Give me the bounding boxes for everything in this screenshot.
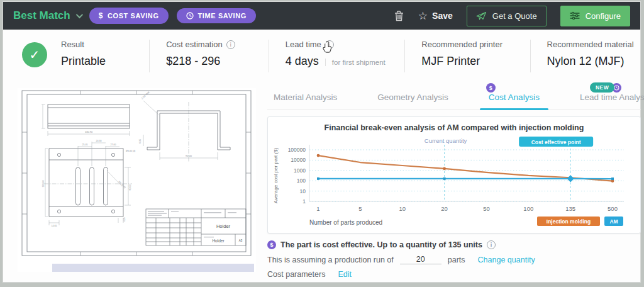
svg-text:10: 10 — [300, 188, 306, 194]
svg-text:20: 20 — [441, 205, 448, 212]
svg-text:Number of parts produced: Number of parts produced — [309, 219, 382, 226]
dollar-badge-icon: $ — [486, 83, 496, 93]
dim-bottom-right: 6.35 — [123, 217, 126, 222]
sheet-size: A3 — [239, 239, 243, 242]
delete-button[interactable] — [394, 10, 404, 22]
dim-bottom-left: 14.65 — [52, 225, 57, 227]
tab-cost-analysis[interactable]: $ Cost Analysis — [482, 93, 546, 110]
time-saving-tag[interactable]: TIME SAVING — [177, 8, 256, 23]
recommended-material-value: Nylon 12 (MJF) — [547, 55, 634, 68]
svg-text:100000: 100000 — [288, 147, 306, 153]
time-saving-label: TIME SAVING — [198, 12, 247, 20]
svg-text:Current quantity: Current quantity — [425, 137, 467, 144]
result-label: Result — [61, 40, 133, 49]
svg-text:1: 1 — [316, 205, 319, 212]
production-run-suffix: parts — [448, 256, 465, 264]
app-window: Best Match $ COST SAVING TIME SAVING ☆ S… — [3, 2, 640, 282]
tab-geometry-analysis[interactable]: Geometry Analysis — [371, 93, 455, 110]
analysis-tabs: Material Analysis Geometry Analysis $ Co… — [267, 82, 641, 110]
svg-text:100: 100 — [297, 177, 306, 184]
svg-text:50: 50 — [483, 205, 490, 212]
title-block — [146, 209, 246, 245]
cost-effective-headline: The part is cost effective. Up to a quan… — [280, 240, 482, 249]
best-match-label: Best Match — [13, 9, 70, 22]
configure-label: Configure — [586, 11, 621, 21]
dollar-circle-icon: $ — [267, 240, 276, 249]
svg-text:135: 135 — [565, 205, 575, 212]
printable-check-icon: ✓ — [22, 42, 47, 67]
chart-title: Financial break-even analysis of AM comp… — [270, 123, 638, 132]
dim-hole-note: Ø3.00 (4) — [126, 150, 135, 152]
svg-text:5: 5 — [358, 205, 362, 212]
svg-text:1: 1 — [303, 198, 306, 205]
tab-material-analysis[interactable]: Material Analysis — [267, 93, 343, 110]
result-value: Printable — [61, 55, 133, 68]
cost-parameters-label: Cost parameters — [267, 270, 325, 279]
clock-icon — [186, 12, 194, 20]
compare-method-select[interactable]: Injection molding ▾ — [435, 284, 513, 287]
trash-icon — [394, 10, 404, 22]
tab-lead-time-analysis[interactable]: NEW Lead time Analysis — [574, 93, 644, 110]
part-drawing-viewer[interactable]: 130.90 90.00 2.50 THK 6.35 — [18, 88, 256, 272]
recommended-material-label: Recommended material — [547, 40, 634, 49]
svg-text:Injection molding: Injection molding — [547, 218, 591, 225]
best-match-dropdown[interactable]: Best Match — [13, 9, 81, 22]
new-badge: NEW — [590, 82, 614, 93]
edit-link[interactable]: Edit — [338, 270, 352, 279]
recommended-printer-label: Recommended printer — [421, 40, 513, 49]
svg-text:Average cost per part ($): Average cost per part ($) — [273, 147, 279, 203]
cost-estimation-label: Cost estimation — [166, 40, 223, 49]
svg-text:AM: AM — [609, 218, 618, 225]
dim-front-1: 25.05 — [82, 144, 88, 146]
part-name-2: Holder — [212, 239, 225, 243]
dim-bracket-leader: 2.50 THK — [140, 91, 150, 100]
cost-estimation-value: $218 - 296 — [166, 55, 252, 68]
production-run-prefix: This is assuming a production run of — [267, 256, 394, 264]
cost-saving-label: COST SAVING — [108, 12, 159, 20]
top-toolbar: Best Match $ COST SAVING TIME SAVING ☆ S… — [3, 2, 640, 30]
dim-bracket-width: 90.00 — [186, 154, 192, 157]
dim-front-3: 27.00 — [111, 144, 116, 146]
get-a-quote-button[interactable]: Get a Quote — [467, 6, 547, 26]
dim-slot-leader: R3.75 (6) — [118, 181, 126, 189]
lead-time-value: 4 days — [286, 55, 319, 68]
svg-text:500: 500 — [608, 205, 618, 212]
holder-technical-drawing: 130.90 90.00 2.50 THK 6.35 — [18, 88, 256, 264]
get-a-quote-label: Get a Quote — [492, 11, 537, 21]
chevron-down-icon — [75, 11, 82, 18]
save-button[interactable]: ☆ Save — [418, 9, 453, 23]
dim-top-width: 130.90 — [85, 130, 93, 133]
svg-text:Cost effective point: Cost effective point — [531, 139, 581, 145]
drawing-scroll-strip[interactable] — [52, 264, 254, 272]
breakeven-chart: 110100100010000100000Current quantityCos… — [270, 135, 639, 229]
configure-button[interactable]: Configure — [560, 6, 630, 26]
breakeven-chart-card: Financial break-even analysis of AM comp… — [267, 116, 641, 234]
dollar-icon: $ — [99, 11, 103, 20]
dim-bracket-flange: 6.35 — [139, 139, 142, 144]
paper-plane-icon — [476, 11, 487, 21]
svg-text:1000: 1000 — [294, 167, 306, 174]
lead-time-note: for first shipment — [325, 59, 386, 66]
result-summary-row: ✓ Result Printable Cost estimationi $218… — [3, 30, 640, 82]
cost-saving-tag[interactable]: $ COST SAVING — [89, 8, 169, 24]
part-name: Holder — [216, 223, 231, 229]
save-label: Save — [432, 11, 453, 21]
svg-text:100: 100 — [523, 205, 533, 212]
lead-time-label: Lead time — [286, 40, 321, 49]
change-quantity-link[interactable]: Change quantity — [478, 256, 535, 264]
recommended-printer-value: MJF Printer — [421, 55, 513, 68]
quantity-input[interactable] — [400, 255, 441, 264]
headline-info-icon[interactable]: i — [487, 240, 496, 249]
dim-left-height: 120.90 — [42, 181, 45, 188]
cost-info-icon[interactable]: i — [226, 40, 235, 49]
dim-front-2: 20.30 — [96, 140, 102, 142]
lead-time-info-icon[interactable]: i — [325, 40, 334, 49]
svg-text:10000: 10000 — [291, 157, 306, 163]
dim-right-height: 60.00 — [129, 185, 131, 191]
sliders-icon — [570, 11, 580, 20]
star-icon: ☆ — [418, 9, 428, 23]
svg-text:10: 10 — [399, 205, 406, 212]
